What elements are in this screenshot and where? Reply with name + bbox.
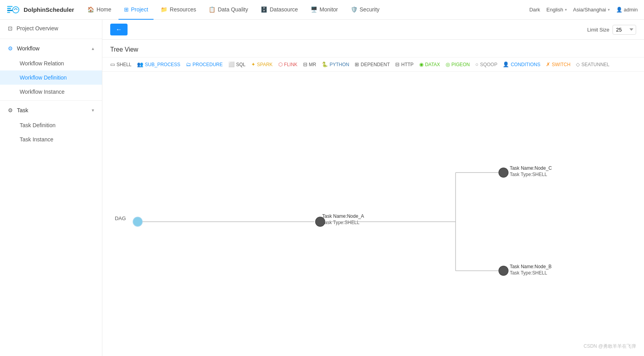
legend-spark[interactable]: ✦ SPARK (251, 61, 273, 67)
mr-icon: ⊟ (303, 61, 307, 67)
svg-text:Task Name:Node_B: Task Name:Node_B (510, 264, 551, 269)
home-icon: 🏠 (87, 6, 94, 13)
watermark: CSDN @勇敢羊羊在飞弹 (583, 343, 636, 350)
content-toolbar: ← Limit Size 25 50 100 (102, 20, 644, 40)
svg-text:Task Type:SHELL: Task Type:SHELL (322, 220, 359, 225)
legend-shell[interactable]: ▭ SHELL (110, 61, 131, 67)
subprocess-icon: 👥 (137, 61, 143, 67)
legend-http[interactable]: ⊟ HTTP (395, 61, 413, 67)
chevron-up-icon: ▴ (92, 46, 94, 51)
procedure-icon: 🗂 (186, 61, 191, 67)
sidebar-sub-item-workflow-relation[interactable]: Workflow Relation (0, 56, 102, 70)
svg-rect-3 (7, 12, 10, 13)
switch-icon: ✗ (546, 61, 550, 67)
user-menu[interactable]: 👤 admin (616, 7, 638, 13)
svg-point-5 (133, 217, 142, 226)
svg-text:Task Type:SHELL: Task Type:SHELL (510, 172, 547, 177)
sidebar-sub-item-workflow-instance[interactable]: Workflow Instance (0, 85, 102, 99)
python-icon: 🐍 (322, 61, 328, 67)
diagram-svg: DAG Task Name:Node_A Task Type:SHELL (102, 72, 644, 356)
limit-size-select[interactable]: 25 50 100 (613, 25, 636, 35)
top-nav: DolphinScheduler 🏠 Home ⊞ Project 📁 Reso… (0, 0, 644, 20)
nav-item-project[interactable]: ⊞ Project (118, 0, 154, 20)
security-icon: 🛡️ (351, 6, 357, 13)
chevron-down-icon: ▾ (92, 108, 94, 113)
spark-icon: ✦ (251, 61, 255, 67)
sidebar-sub-item-task-instance[interactable]: Task Instance (0, 132, 102, 146)
tree-view-header: Tree View (102, 40, 644, 57)
svg-point-15 (499, 168, 508, 177)
dependent-icon: ⊞ (355, 61, 359, 67)
language-selector[interactable]: English ▾ (546, 7, 567, 13)
theme-toggle[interactable]: Dark (529, 7, 540, 13)
nav-item-home[interactable]: 🏠 Home (82, 0, 117, 20)
overview-icon: ⊡ (8, 25, 13, 32)
legend-sqoop[interactable]: ○ SQOOP (476, 61, 498, 67)
datasource-icon: 🗄️ (261, 6, 267, 13)
svg-text:Task Name:Node_A: Task Name:Node_A (322, 213, 364, 219)
logo-icon (6, 3, 20, 17)
svg-rect-0 (7, 6, 13, 7)
chevron-down-icon: ▾ (565, 7, 567, 12)
seatunnel-icon: ◇ (576, 61, 580, 67)
svg-point-18 (499, 266, 508, 276)
task-icon: ⚙ (8, 107, 13, 113)
task-type-legend: ▭ SHELL 👥 SUB_PROCESS 🗂 PROCEDURE ⬜ SQL … (102, 57, 644, 72)
logo-text: DolphinScheduler (24, 6, 74, 13)
nav-item-resources[interactable]: 📁 Resources (155, 0, 202, 20)
sidebar-section-workflow[interactable]: ⚙ Workflow ▴ (0, 41, 102, 56)
nav-item-dataquality[interactable]: 📋 Data Quality (203, 0, 254, 20)
legend-seatunnel[interactable]: ◇ SEATUNNEL (576, 61, 609, 67)
legend-datax[interactable]: ◉ DATAX (419, 61, 440, 67)
legend-switch[interactable]: ✗ SWITCH (546, 61, 570, 67)
monitor-icon: 🖥️ (311, 6, 317, 13)
limit-size-control: Limit Size 25 50 100 (587, 25, 636, 35)
nav-item-datasource[interactable]: 🗄️ Datasource (255, 0, 303, 20)
dataquality-icon: 📋 (209, 6, 215, 13)
sqoop-icon: ○ (476, 61, 479, 67)
legend-dependent[interactable]: ⊞ DEPENDENT (355, 61, 390, 67)
back-button[interactable]: ← (110, 24, 128, 35)
limit-size-label: Limit Size (587, 27, 609, 33)
sidebar: ⊡ Project Overview ⚙ Workflow ▴ Workflow… (0, 20, 102, 356)
chevron-down-icon: ▾ (608, 7, 610, 12)
svg-point-4 (13, 7, 19, 13)
logo[interactable]: DolphinScheduler (6, 3, 74, 17)
nav-item-security[interactable]: 🛡️ Security (345, 0, 385, 20)
sidebar-sub-item-workflow-definition[interactable]: Workflow Definition (0, 70, 102, 85)
workflow-icon: ⚙ (8, 45, 13, 52)
resources-icon: 📁 (161, 6, 167, 13)
pigeon-icon: ◎ (446, 61, 450, 67)
conditions-icon: 👤 (503, 61, 509, 67)
nav-item-monitor[interactable]: 🖥️ Monitor (305, 0, 344, 20)
datax-icon: ◉ (419, 61, 424, 67)
legend-sql[interactable]: ⬜ SQL (228, 61, 246, 67)
project-icon: ⊞ (124, 6, 129, 13)
diagram-area[interactable]: DAG Task Name:Node_A Task Type:SHELL (102, 72, 644, 356)
sidebar-sub-item-task-definition[interactable]: Task Definition (0, 118, 102, 132)
svg-text:Task Type:SHELL: Task Type:SHELL (510, 270, 547, 276)
legend-python[interactable]: 🐍 PYTHON (322, 61, 349, 67)
sql-icon: ⬜ (228, 61, 235, 67)
tree-view-container: Tree View ▭ SHELL 👥 SUB_PROCESS 🗂 PROCED… (102, 40, 644, 356)
shell-icon: ▭ (110, 61, 115, 67)
legend-conditions[interactable]: 👤 CONDITIONS (503, 61, 540, 67)
legend-mr[interactable]: ⊟ MR (303, 61, 316, 67)
nav-right: Dark English ▾ Asia/Shanghai ▾ 👤 admin (529, 7, 638, 13)
timezone-selector[interactable]: Asia/Shanghai ▾ (573, 7, 610, 13)
user-icon: 👤 (616, 7, 622, 13)
legend-subprocess[interactable]: 👥 SUB_PROCESS (137, 61, 180, 67)
svg-text:Task Name:Node_C: Task Name:Node_C (510, 165, 552, 171)
content-area: ← Limit Size 25 50 100 Tree View ▭ SHELL (102, 20, 644, 356)
svg-text:DAG: DAG (115, 215, 126, 221)
svg-rect-1 (7, 8, 11, 9)
legend-pigeon[interactable]: ◎ PIGEON (446, 61, 470, 67)
sidebar-section-task[interactable]: ⚙ Task ▾ (0, 102, 102, 118)
sidebar-item-project-overview[interactable]: ⊡ Project Overview (0, 20, 102, 37)
http-icon: ⊟ (395, 61, 400, 67)
flink-icon: ⬡ (278, 61, 283, 67)
legend-flink[interactable]: ⬡ FLINK (278, 61, 298, 67)
legend-procedure[interactable]: 🗂 PROCEDURE (186, 61, 223, 67)
svg-rect-2 (7, 10, 13, 11)
